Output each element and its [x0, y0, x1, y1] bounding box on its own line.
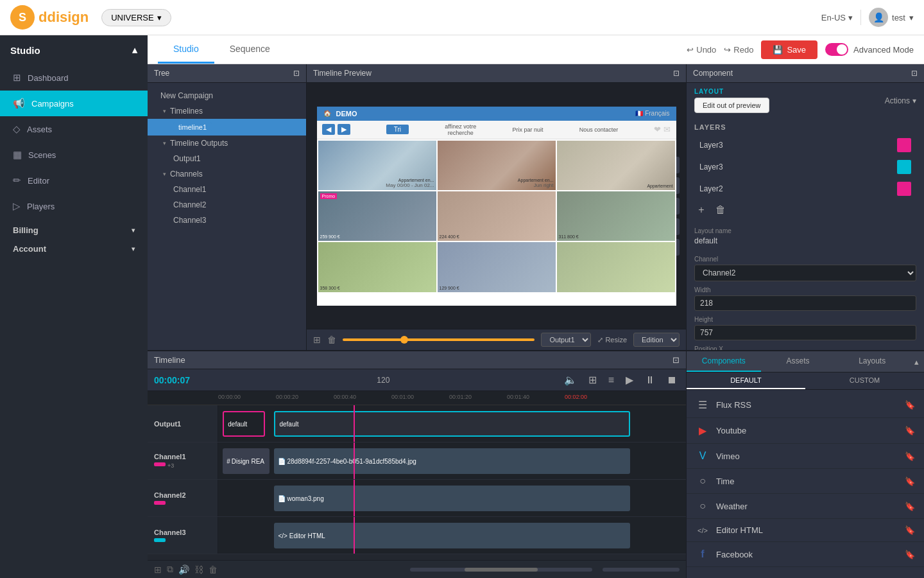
sidebar-item-campaigns[interactable]: 📢 Campaigns	[0, 91, 148, 116]
timeline-stop-button[interactable]: ⏹	[664, 373, 680, 387]
width-input[interactable]	[694, 295, 916, 311]
timeline-play-button[interactable]: ▶	[623, 372, 636, 387]
timeline-btn-grid[interactable]: ⊞	[586, 372, 599, 387]
layer-row-2[interactable]: Layer2	[694, 179, 916, 199]
comp-item-vimeo[interactable]: V Vimeo 🔖	[687, 444, 924, 469]
bookmark-icon[interactable]: 🔖	[905, 451, 915, 461]
sidebar-item-scenes[interactable]: ▦ Scenes	[0, 142, 148, 168]
comp-list: ☰ Flux RSS 🔖 ▶ Youtube 🔖	[687, 390, 924, 578]
undo-button[interactable]: ↩ Undo	[687, 45, 716, 55]
advanced-mode-toggle[interactable]: Advanced Mode	[825, 43, 914, 56]
comp-item-facebook[interactable]: f Facebook 🔖	[687, 542, 924, 567]
grid-icon[interactable]: ⊞	[154, 565, 162, 575]
comp-item-weather[interactable]: ○ Weather 🔖	[687, 494, 924, 519]
tree-item-channel2[interactable]: Channel2	[148, 197, 306, 213]
tree-item-channel3[interactable]: Channel3	[148, 213, 306, 228]
comp-subtab-default[interactable]: DEFAULT	[687, 372, 805, 389]
grid-icon[interactable]: ⊞	[313, 335, 321, 345]
track-clip[interactable]: 📄 woman3.png	[274, 486, 629, 511]
preview-tri-btn: Tri	[386, 125, 409, 134]
preview-nav-right[interactable]: ▶	[338, 124, 350, 135]
tree-item-timelines[interactable]: ▾ Timelines	[148, 103, 306, 119]
bookmark-icon[interactable]: 🔖	[905, 426, 915, 435]
facebook-icon: f	[696, 548, 710, 560]
tree-item-channels[interactable]: ▾ Channels	[148, 166, 306, 182]
comp-tab-components[interactable]: Components	[687, 351, 761, 372]
bookmark-icon[interactable]: 🔖	[905, 400, 915, 410]
save-icon: 💾	[773, 45, 783, 55]
universe-button[interactable]: UNIVERSE ▾	[101, 9, 171, 26]
tree-label: New Campaign	[160, 91, 213, 100]
timeline-scrollbar[interactable]	[410, 568, 592, 572]
tree-item-timeline-outputs[interactable]: ▾ Timeline Outputs	[148, 136, 306, 151]
edit-preview-button[interactable]: Edit out of preview	[694, 98, 769, 113]
layer-row-0[interactable]: Layer3	[694, 135, 916, 155]
comp-label: Facebook	[716, 550, 753, 559]
trash-icon[interactable]: 🗑	[209, 565, 218, 575]
comp-subtab-custom[interactable]: CUSTOM	[805, 372, 924, 389]
tree-label: Channel3	[173, 216, 206, 225]
track-content-channel1[interactable]: # Disign REA 📄 28d8894f-2257-4be0-b051-9…	[218, 442, 686, 479]
comp-item-flux-rss[interactable]: ☰ Flux RSS 🔖	[687, 392, 924, 418]
track-clip[interactable]: default	[223, 411, 265, 437]
output-selector[interactable]: Output1	[541, 333, 591, 347]
tab-sequence[interactable]: Sequence	[214, 36, 286, 64]
sidebar-item-editor[interactable]: ✏ Editor	[0, 168, 148, 193]
tree-item-timeline1[interactable]: timeline1	[148, 119, 306, 136]
track-clip[interactable]: # Disign REA	[223, 448, 270, 474]
track-clip[interactable]: 📄 28d8894f-2257-4be0-b051-9a1dcf585bd4.j…	[274, 448, 629, 474]
track-clip[interactable]: default	[274, 411, 629, 437]
save-button[interactable]: 💾 Save	[761, 40, 817, 59]
bookmark-icon[interactable]: 🔖	[905, 550, 915, 559]
universe-label: UNIVERSE	[111, 13, 153, 22]
track-count: +3	[167, 462, 174, 469]
tab-studio[interactable]: Studio	[158, 36, 214, 64]
tree-item-output1[interactable]: Output1	[148, 151, 306, 166]
actions-button[interactable]: Actions ▾	[885, 96, 916, 105]
toggle-switch[interactable]	[825, 43, 848, 56]
audio-icon[interactable]: 🔊	[178, 565, 189, 575]
comp-item-time[interactable]: ○ Time 🔖	[687, 469, 924, 494]
link-icon[interactable]: ⛓	[194, 565, 203, 575]
user-menu[interactable]: 👤 test ▾	[869, 8, 914, 27]
zoom-scrollbar[interactable]	[603, 568, 680, 572]
sidebar-section-billing[interactable]: Billing ▾	[0, 219, 148, 238]
actions-label: Actions	[885, 96, 910, 105]
comp-item-editor-html[interactable]: </> Editor HTML 🔖	[687, 519, 924, 542]
track-content-channel3[interactable]: </> Editor HTML	[218, 517, 686, 554]
language-selector[interactable]: En-US ▾	[821, 13, 853, 22]
track-content-output1[interactable]: default default	[218, 405, 686, 442]
comp-tab-layouts[interactable]: Layouts	[835, 351, 909, 372]
panel-expand-icon[interactable]: ▴	[909, 351, 924, 372]
track-clip[interactable]: </> Editor HTML	[274, 523, 629, 548]
height-input[interactable]	[694, 325, 916, 340]
comp-item-youtube[interactable]: ▶ Youtube 🔖	[687, 418, 924, 444]
channel-selector[interactable]: Channel2	[694, 265, 916, 281]
tree-item-channel1[interactable]: Channel1	[148, 182, 306, 197]
timeline-btn-audio[interactable]: 🔈	[561, 372, 579, 387]
sidebar-section-account[interactable]: Account ▾	[0, 238, 148, 256]
bookmark-icon[interactable]: 🔖	[905, 477, 915, 486]
resize-button[interactable]: ⤢ Resize	[597, 336, 627, 344]
tree-item-new-campaign[interactable]: New Campaign	[148, 88, 306, 103]
layer-row-1[interactable]: Layer3	[694, 157, 916, 177]
sidebar-item-players[interactable]: ▷ Players	[0, 193, 148, 219]
trash-icon[interactable]: 🗑	[327, 335, 336, 345]
bookmark-icon[interactable]: 🔖	[905, 502, 915, 511]
layer-delete-button[interactable]: 🗑	[714, 203, 728, 217]
sidebar-item-assets[interactable]: ◇ Assets	[0, 116, 148, 142]
track-content-channel2[interactable]: 📄 woman3.png	[218, 480, 686, 516]
timeline-btn-list[interactable]: ≡	[606, 373, 617, 387]
redo-button[interactable]: ↪ Redo	[724, 45, 753, 55]
tree-label: Channels	[170, 170, 203, 179]
bookmark-icon[interactable]: 🔖	[905, 525, 915, 535]
copy-icon[interactable]: ⧉	[167, 564, 173, 575]
layer-add-button[interactable]: +	[694, 203, 708, 217]
preview-nav-left[interactable]: ◀	[322, 124, 335, 135]
preview-timeline-slider[interactable]	[343, 338, 535, 341]
timeline-pause-button[interactable]: ⏸	[642, 373, 658, 387]
sidebar-item-dashboard[interactable]: ⊞ Dashboard	[0, 65, 148, 91]
edition-selector[interactable]: Edition	[633, 333, 680, 347]
sidebar-item-label: Campaigns	[31, 99, 74, 109]
comp-tab-assets[interactable]: Assets	[761, 351, 835, 372]
